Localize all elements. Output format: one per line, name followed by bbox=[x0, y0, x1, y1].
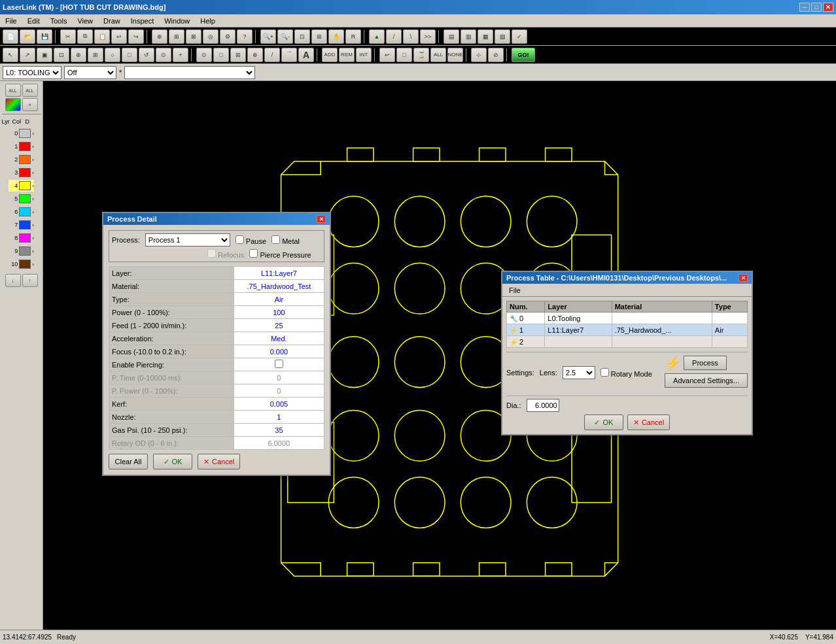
layer-expand-8[interactable]: › bbox=[32, 235, 34, 241]
process-detail-close-btn[interactable]: ✕ bbox=[317, 215, 326, 223]
layer-row-8[interactable]: 8 › bbox=[9, 232, 34, 244]
pt-rotary-label[interactable]: Rotary Mode bbox=[601, 368, 652, 378]
layer-row-9[interactable]: 9 › bbox=[9, 245, 34, 257]
tb-b9[interactable]: / bbox=[386, 29, 402, 44]
metal-check-label[interactable]: Metal bbox=[271, 235, 300, 245]
extra-dropdown[interactable] bbox=[124, 66, 255, 79]
tb-sel7[interactable]: ○ bbox=[105, 48, 120, 62]
tb-sel2[interactable]: ↗ bbox=[20, 48, 35, 62]
pt-process-button[interactable]: Process bbox=[684, 356, 727, 370]
tb-sel8[interactable]: □ bbox=[122, 48, 137, 62]
metal-checkbox[interactable] bbox=[271, 235, 280, 244]
pierce-pressure-checkbox[interactable] bbox=[249, 249, 258, 258]
layer-expand-9[interactable]: › bbox=[32, 248, 34, 254]
layer-row-5[interactable]: 5 › bbox=[9, 193, 34, 205]
tb-f2[interactable]: □ bbox=[396, 48, 412, 62]
tb-zoom-sel[interactable]: ⊞ bbox=[311, 29, 327, 44]
layer-expand-2[interactable]: › bbox=[32, 157, 34, 163]
pierce-pressure-label[interactable]: Pierce Pressure bbox=[249, 249, 311, 259]
mode-dropdown[interactable]: Off bbox=[64, 66, 116, 79]
tb-go[interactable]: GO! bbox=[512, 48, 535, 62]
clear-all-button[interactable]: Clear All bbox=[109, 454, 148, 469]
tb-sel5[interactable]: ⊕ bbox=[71, 48, 86, 62]
layer-expand-0[interactable]: › bbox=[32, 131, 34, 137]
pause-checkbox[interactable] bbox=[235, 235, 244, 244]
side-plus-btn[interactable]: + bbox=[22, 98, 38, 111]
layer-expand-1[interactable]: › bbox=[32, 144, 34, 150]
tb-b11[interactable]: >> bbox=[420, 29, 436, 44]
side-all2-btn[interactable]: ALL bbox=[22, 84, 38, 97]
tb-b1[interactable]: ⊕ bbox=[152, 29, 167, 44]
layer-row-10[interactable]: 10 › bbox=[9, 258, 34, 270]
layer-dropdown[interactable]: L0: TOOLING bbox=[3, 66, 61, 79]
layer-row-0[interactable]: 0 › bbox=[9, 127, 34, 139]
pt-dia-input[interactable] bbox=[527, 399, 559, 412]
tb-sel6[interactable]: ⊞ bbox=[88, 48, 103, 62]
layer-expand-10[interactable]: › bbox=[32, 262, 34, 267]
tb-b8[interactable]: ▲ bbox=[369, 29, 385, 44]
tb-f3[interactable]: ⌛ bbox=[413, 48, 429, 62]
tb-zoom-all[interactable]: ⊡ bbox=[294, 29, 310, 44]
layer-row-7[interactable]: 7 › bbox=[9, 219, 34, 231]
tb-sel3[interactable]: ▣ bbox=[37, 48, 52, 62]
layer-expand-4[interactable]: › bbox=[32, 183, 34, 189]
tb-b10[interactable]: \ bbox=[403, 29, 419, 44]
tb-b12[interactable]: ▤ bbox=[444, 29, 459, 44]
field-value-accel[interactable]: Med. bbox=[234, 332, 324, 345]
tb-cut[interactable]: ✂ bbox=[60, 29, 76, 44]
tb-b3[interactable]: ⊠ bbox=[186, 29, 201, 44]
tb-d6[interactable]: ⌒ bbox=[281, 48, 297, 62]
maximize-button[interactable]: □ bbox=[811, 3, 822, 12]
field-value-focus[interactable]: 0.000 bbox=[234, 345, 324, 358]
tb-save[interactable]: 💾 bbox=[37, 29, 52, 44]
pt-row-2[interactable]: ⚡ 2 bbox=[507, 336, 748, 348]
layer-expand-7[interactable]: › bbox=[32, 222, 34, 228]
pt-ok-button[interactable]: ✓ OK bbox=[584, 415, 623, 430]
field-value-material[interactable]: .75_Hardwood_Test bbox=[234, 280, 324, 293]
pt-row-0[interactable]: 🔧 0 L0:Tooling bbox=[507, 313, 748, 324]
process-detail-cancel-button[interactable]: ✕ Cancel bbox=[198, 454, 240, 469]
menu-draw[interactable]: Draw bbox=[98, 16, 126, 26]
layer-row-6[interactable]: 6 › bbox=[9, 206, 34, 218]
close-button[interactable]: ✕ bbox=[823, 3, 833, 12]
tb-new[interactable]: 📄 bbox=[3, 29, 18, 44]
tb-pan[interactable]: ✋ bbox=[328, 29, 344, 44]
tb-d7[interactable]: A bbox=[298, 48, 314, 62]
tb-b15[interactable]: ▧ bbox=[495, 29, 510, 44]
layer-row-3[interactable]: 3 › bbox=[9, 167, 34, 178]
tb-e1[interactable]: ADD bbox=[322, 48, 338, 62]
tb-f5[interactable]: NONE bbox=[447, 48, 463, 62]
layer-expand-5[interactable]: › bbox=[32, 196, 34, 202]
tb-redo[interactable]: ↪ bbox=[128, 29, 144, 44]
tb-zoom-out[interactable]: 🔍- bbox=[277, 29, 293, 44]
tb-g1[interactable]: ⊹ bbox=[471, 48, 487, 62]
tb-sel9[interactable]: ↺ bbox=[139, 48, 154, 62]
layer-down-btn[interactable]: ↓ bbox=[5, 274, 21, 287]
tb-b16[interactable]: ✓ bbox=[512, 29, 527, 44]
pt-lens-select[interactable]: 2.5 1.5 2.0 3.0 4.0 bbox=[563, 366, 595, 379]
field-value-layer[interactable]: L11:Layer7 bbox=[234, 267, 324, 280]
pause-check-label[interactable]: Pause bbox=[235, 235, 266, 245]
layer-row-1[interactable]: 1 › bbox=[9, 141, 34, 152]
field-value-feed[interactable]: 25 bbox=[234, 319, 324, 332]
tb-f4[interactable]: ALL bbox=[430, 48, 446, 62]
tb-b2[interactable]: ⊞ bbox=[169, 29, 184, 44]
process-detail-ok-button[interactable]: ✓ OK bbox=[153, 454, 192, 469]
pt-cancel-button[interactable]: ✕ Cancel bbox=[627, 415, 670, 430]
tb-sel4[interactable]: ⊡ bbox=[54, 48, 69, 62]
tb-d3[interactable]: ⊞ bbox=[230, 48, 246, 62]
field-value-type[interactable]: Air bbox=[234, 293, 324, 306]
pt-menu-file[interactable]: File bbox=[505, 285, 525, 296]
process-select[interactable]: Process 1 bbox=[145, 233, 230, 246]
pt-row-1[interactable]: ⚡ 1 L11:Layer7 .75_Hardwood_... Air bbox=[507, 324, 748, 336]
tb-b13[interactable]: ▥ bbox=[461, 29, 476, 44]
menu-file[interactable]: File bbox=[0, 16, 22, 26]
menu-tools[interactable]: Tools bbox=[45, 16, 73, 26]
side-all-btn[interactable]: ALL bbox=[5, 84, 21, 97]
tb-e3[interactable]: INT bbox=[356, 48, 372, 62]
layer-row-4[interactable]: 4 › bbox=[9, 180, 34, 192]
tb-b4[interactable]: ◎ bbox=[203, 29, 218, 44]
tb-b5[interactable]: ⚙ bbox=[220, 29, 235, 44]
tb-sel10[interactable]: ⊙ bbox=[156, 48, 171, 62]
layer-expand-3[interactable]: › bbox=[32, 170, 34, 176]
